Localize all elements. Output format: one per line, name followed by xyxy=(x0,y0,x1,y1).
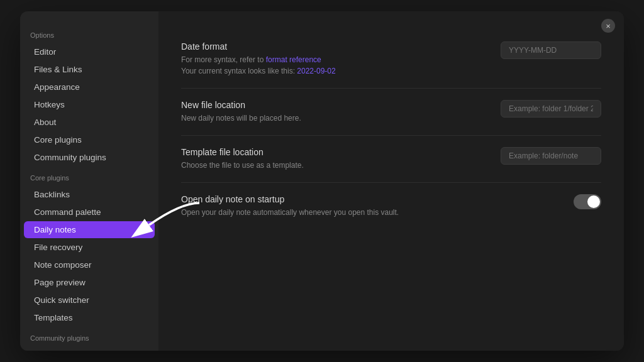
sidebar-item-hotkeys[interactable]: Hotkeys xyxy=(24,96,155,113)
core-plugins-section-label: Core plugins xyxy=(20,167,158,185)
new-file-location-control xyxy=(501,100,601,118)
setting-open-daily-note-info: Open daily note on startup Open your dai… xyxy=(181,194,501,218)
setting-new-file-location-desc: New daily notes will be placed here. xyxy=(181,112,486,124)
open-daily-note-toggle[interactable] xyxy=(574,194,601,209)
template-file-location-control xyxy=(501,147,601,165)
date-example: 2022-09-02 xyxy=(297,67,335,75)
date-format-control xyxy=(501,41,601,59)
setting-new-file-location-title: New file location xyxy=(181,100,486,110)
template-file-location-input[interactable] xyxy=(501,147,601,165)
setting-date-format-info: Date format For more syntax, refer to fo… xyxy=(181,41,501,77)
setting-template-file-location-desc: Choose the file to use as a template. xyxy=(181,160,486,171)
sidebar-item-editor[interactable]: Editor xyxy=(24,43,155,60)
sidebar-item-quick-switcher[interactable]: Quick switcher xyxy=(24,292,155,309)
open-daily-note-control xyxy=(501,194,601,209)
toggle-knob xyxy=(587,195,600,208)
community-plugins-section-label: Community plugins xyxy=(20,327,158,346)
setting-date-format: Date format For more syntax, refer to fo… xyxy=(181,30,601,89)
format-reference-link[interactable]: format reference xyxy=(266,55,321,64)
sidebar-item-templates[interactable]: Templates xyxy=(24,309,155,326)
sidebar: Options Editor Files & Links Appearance … xyxy=(20,11,158,351)
setting-template-file-location: Template file location Choose the file t… xyxy=(181,136,601,183)
close-button[interactable]: × xyxy=(601,19,615,33)
setting-open-daily-note-title: Open daily note on startup xyxy=(181,194,486,204)
setting-new-file-location-info: New file location New daily notes will b… xyxy=(181,100,501,124)
sidebar-item-community-plugins[interactable]: Community plugins xyxy=(24,149,155,166)
sidebar-item-about[interactable]: About xyxy=(24,114,155,131)
sidebar-item-note-composer[interactable]: Note composer xyxy=(24,256,155,273)
setting-open-daily-note: Open daily note on startup Open your dai… xyxy=(181,183,601,229)
setting-template-file-location-info: Template file location Choose the file t… xyxy=(181,147,501,171)
setting-open-daily-note-desc: Open your daily note automatically whene… xyxy=(181,207,486,218)
date-format-input[interactable] xyxy=(501,41,601,59)
setting-new-file-location: New file location New daily notes will b… xyxy=(181,89,601,136)
settings-modal: × Options Editor Files & Links Appearanc… xyxy=(20,11,624,351)
sidebar-item-file-recovery[interactable]: File recovery xyxy=(24,239,155,256)
sidebar-item-appearance[interactable]: Appearance xyxy=(24,79,155,96)
options-section-label: Options xyxy=(20,24,158,43)
sidebar-item-daily-notes[interactable]: Daily notes xyxy=(24,221,155,238)
setting-date-format-title: Date format xyxy=(181,41,486,52)
sidebar-item-core-plugins[interactable]: Core plugins xyxy=(24,131,155,148)
sidebar-item-page-preview[interactable]: Page preview xyxy=(24,274,155,291)
sidebar-item-command-palette[interactable]: Command palette xyxy=(24,204,155,221)
settings-content: Date format For more syntax, refer to fo… xyxy=(158,11,624,351)
sidebar-item-templater[interactable]: Templater xyxy=(24,346,155,351)
sidebar-item-backlinks[interactable]: Backlinks xyxy=(24,186,155,203)
sidebar-item-files-links[interactable]: Files & Links xyxy=(24,61,155,78)
setting-date-format-desc: For more syntax, refer to format referen… xyxy=(181,54,486,77)
setting-template-file-location-title: Template file location xyxy=(181,147,486,157)
new-file-location-input[interactable] xyxy=(501,100,601,118)
